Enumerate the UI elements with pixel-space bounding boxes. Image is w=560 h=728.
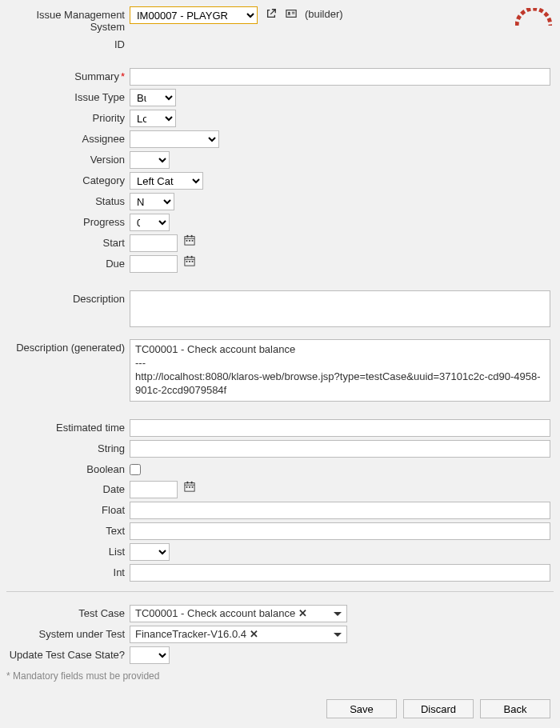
svg-rect-7 (190, 235, 192, 238)
category-select[interactable]: Left Category (130, 172, 203, 190)
svg-rect-24 (191, 486, 193, 488)
svg-rect-13 (186, 256, 188, 258)
float-input[interactable] (130, 502, 550, 519)
boolean-label: Boolean (0, 461, 130, 475)
svg-rect-10 (191, 240, 193, 242)
svg-rect-9 (189, 240, 190, 242)
id-card-icon[interactable] (284, 6, 298, 21)
text-input[interactable] (130, 522, 550, 540)
update-state-label: Update Test Case State? (0, 646, 130, 661)
app-logo-icon (515, 8, 552, 27)
date-input[interactable] (130, 481, 178, 498)
version-label: Version (0, 151, 130, 166)
chevron-down-icon (334, 628, 342, 640)
summary-label: Summary* (0, 68, 130, 82)
description-label: Description (0, 290, 130, 305)
description-textarea[interactable] (130, 290, 550, 327)
clear-sut-icon[interactable]: ✕ (250, 628, 258, 640)
boolean-checkbox[interactable] (130, 464, 141, 475)
string-label: String (0, 440, 130, 454)
assignee-select[interactable] (130, 130, 219, 148)
svg-rect-14 (190, 256, 192, 258)
float-label: Float (0, 502, 130, 516)
list-select[interactable] (130, 543, 170, 561)
text-label: Text (0, 522, 130, 537)
save-button[interactable]: Save (326, 699, 397, 718)
due-input[interactable] (130, 255, 178, 273)
priority-label: Priority (0, 110, 130, 124)
int-input[interactable] (130, 564, 550, 582)
int-label: Int (0, 564, 130, 578)
builder-text: (builder) (305, 8, 343, 20)
estimated-label: Estimated time (0, 419, 130, 434)
progress-select[interactable]: 0% (130, 214, 170, 231)
start-label: Start (0, 234, 130, 249)
priority-select[interactable]: Low (130, 110, 176, 127)
mandatory-star: * (119, 70, 125, 82)
issuetype-select[interactable]: Bug (130, 89, 176, 106)
clear-testcase-icon[interactable]: ✕ (298, 607, 307, 619)
id-label: ID (0, 36, 130, 50)
testcase-select[interactable]: TC00001 - Check account balance ✕ (130, 605, 347, 622)
svg-rect-20 (186, 481, 188, 483)
testcase-label: Test Case (0, 605, 130, 619)
update-state-select[interactable] (130, 646, 170, 664)
calendar-icon[interactable] (184, 234, 198, 249)
chevron-down-icon (334, 607, 342, 619)
issuetype-label: Issue Type (0, 89, 130, 103)
calendar-icon[interactable] (184, 255, 198, 270)
svg-rect-23 (189, 486, 190, 488)
ims-label: Issue Management System (0, 6, 130, 33)
sut-label: System under Test (0, 626, 130, 640)
due-label: Due (0, 255, 130, 270)
svg-rect-16 (189, 261, 190, 262)
description-gen-value: TC00001 - Check account balance --- http… (130, 339, 550, 402)
svg-rect-22 (186, 486, 187, 488)
svg-rect-15 (186, 261, 187, 262)
svg-rect-17 (191, 261, 193, 262)
ims-select[interactable]: IM00007 - PLAYGROUND (130, 6, 258, 24)
calendar-icon[interactable] (184, 481, 198, 495)
assignee-label: Assignee (0, 130, 130, 145)
progress-label: Progress (0, 214, 130, 228)
start-input[interactable] (130, 234, 178, 252)
sut-value: FinanceTracker-V16.0.4 (135, 628, 246, 640)
date-label: Date (0, 481, 130, 495)
status-label: Status (0, 193, 130, 207)
svg-point-1 (288, 12, 290, 14)
category-label: Category (0, 172, 130, 186)
svg-rect-6 (186, 235, 188, 238)
summary-input[interactable] (130, 68, 550, 86)
discard-button[interactable]: Discard (403, 699, 474, 718)
testcase-value: TC00001 - Check account balance (135, 607, 295, 619)
list-label: List (0, 543, 130, 558)
description-gen-label: Description (generated) (0, 339, 130, 354)
estimated-input[interactable] (130, 419, 550, 437)
sut-select[interactable]: FinanceTracker-V16.0.4 ✕ (130, 626, 347, 643)
status-select[interactable]: New (130, 193, 174, 210)
version-select[interactable] (130, 151, 170, 169)
mandatory-note: * Mandatory fields must be provided (0, 667, 560, 682)
svg-rect-8 (186, 240, 187, 242)
svg-rect-21 (190, 481, 192, 483)
back-button[interactable]: Back (480, 699, 550, 718)
section-divider (6, 591, 554, 592)
string-input[interactable] (130, 440, 550, 458)
external-link-icon[interactable] (264, 6, 278, 21)
